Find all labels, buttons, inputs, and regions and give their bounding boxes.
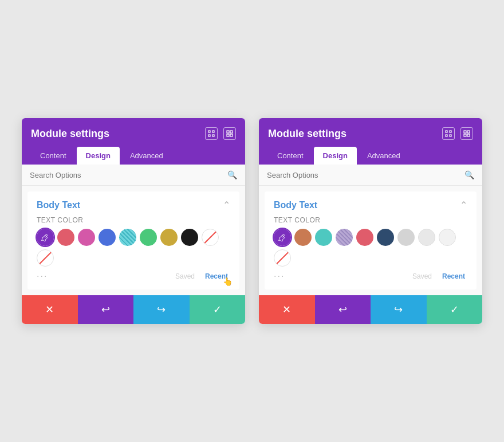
svg-rect-7 xyxy=(230,134,233,136)
right-swatch-teal[interactable] xyxy=(315,229,332,246)
right-panel-icons xyxy=(442,127,473,140)
left-panel-tabs: Content Design Advanced xyxy=(31,147,236,165)
right-swatch-orange[interactable] xyxy=(294,229,312,246)
left-confirm-button[interactable]: ✓ xyxy=(190,295,246,324)
left-swatch-active[interactable] xyxy=(37,229,54,246)
panels-container: Module settings xyxy=(5,101,499,341)
left-swatch-coral[interactable] xyxy=(57,229,74,246)
left-color-footer: ··· Saved Recent xyxy=(37,271,230,281)
left-search-bar: 🔍 xyxy=(22,165,245,186)
svg-rect-9 xyxy=(450,131,451,132)
right-swatch-coral[interactable] xyxy=(356,229,373,246)
right-swatch-lightgray[interactable] xyxy=(397,229,415,246)
right-confirm-button[interactable]: ✓ xyxy=(427,295,483,324)
right-panel: Module settings xyxy=(259,118,482,324)
svg-rect-6 xyxy=(227,134,229,136)
left-footer-saved[interactable]: Saved xyxy=(173,271,197,281)
left-collapse-icon[interactable]: ⌃ xyxy=(223,200,230,210)
svg-rect-3 xyxy=(212,135,214,136)
right-color-swatches xyxy=(274,229,467,267)
right-swatch-none[interactable] xyxy=(274,249,291,267)
right-collapse-icon[interactable]: ⌃ xyxy=(460,200,467,210)
left-panel-icons xyxy=(205,127,236,140)
left-swatch-blue[interactable] xyxy=(99,229,116,246)
right-panel-tabs: Content Design Advanced xyxy=(268,147,473,165)
right-section-title-row: Body Text ⌃ xyxy=(274,200,467,210)
left-body-text-section: Body Text ⌃ Text Color xyxy=(27,191,239,290)
right-tab-advanced[interactable]: Advanced xyxy=(358,147,410,165)
right-footer-recent[interactable]: Recent xyxy=(440,271,467,281)
svg-rect-0 xyxy=(208,131,210,132)
right-panel-footer: ✕ ↩ ↪ ✓ xyxy=(259,295,482,324)
right-panel-header: Module settings xyxy=(259,118,482,165)
svg-rect-10 xyxy=(446,135,447,136)
left-focus-icon[interactable] xyxy=(205,127,218,140)
right-search-bar: 🔍 xyxy=(259,165,482,186)
right-footer-tabs: Saved Recent xyxy=(410,271,467,281)
left-search-input[interactable] xyxy=(30,171,223,179)
right-tab-content[interactable]: Content xyxy=(268,147,313,165)
svg-rect-11 xyxy=(450,135,451,136)
left-swatch-teal[interactable] xyxy=(119,229,136,246)
left-panel-footer: ✕ ↩ ↪ ✓ xyxy=(22,295,245,324)
right-search-icon: 🔍 xyxy=(464,170,474,179)
right-swatch-navy[interactable] xyxy=(377,229,394,246)
left-color-label: Text Color xyxy=(37,216,230,224)
left-swatch-white[interactable] xyxy=(202,229,219,246)
left-footer-recent[interactable]: Recent xyxy=(203,271,230,281)
svg-rect-15 xyxy=(467,134,470,136)
svg-rect-2 xyxy=(208,135,210,136)
right-dots-menu[interactable]: ··· xyxy=(274,271,285,281)
right-color-footer: ··· Saved Recent xyxy=(274,271,467,281)
right-panel-body: 🔍 Body Text ⌃ Text Color xyxy=(259,165,482,295)
left-redo-button[interactable]: ↪ xyxy=(133,295,190,324)
svg-rect-1 xyxy=(212,131,214,132)
left-panel-title: Module settings xyxy=(31,128,109,140)
left-section-title: Body Text xyxy=(37,200,80,210)
right-cancel-button[interactable]: ✕ xyxy=(259,295,315,324)
right-swatch-active[interactable] xyxy=(274,229,291,246)
svg-rect-5 xyxy=(230,131,233,133)
left-title-row: Module settings xyxy=(31,127,236,140)
right-footer-saved[interactable]: Saved xyxy=(410,271,434,281)
right-focus-icon[interactable] xyxy=(442,127,455,140)
left-tab-design[interactable]: Design xyxy=(77,147,120,165)
right-swatch-lavender[interactable] xyxy=(336,229,353,246)
left-panel: Module settings xyxy=(22,118,245,324)
right-section-title: Body Text xyxy=(274,200,317,210)
right-body-text-section: Body Text ⌃ Text Color xyxy=(265,191,477,290)
left-grid-icon[interactable] xyxy=(223,127,236,140)
svg-rect-8 xyxy=(446,131,447,132)
left-swatch-green[interactable] xyxy=(140,229,157,246)
left-cancel-button[interactable]: ✕ xyxy=(22,295,78,324)
left-undo-button[interactable]: ↩ xyxy=(78,295,134,324)
left-panel-body: 🔍 Body Text ⌃ Text Color xyxy=(22,165,245,295)
left-tab-advanced[interactable]: Advanced xyxy=(121,147,172,165)
right-title-row: Module settings xyxy=(268,127,473,140)
left-panel-header: Module settings xyxy=(22,118,245,165)
left-swatch-black[interactable] xyxy=(181,229,198,246)
right-redo-button[interactable]: ↪ xyxy=(371,295,427,324)
right-search-input[interactable] xyxy=(267,171,460,179)
left-swatch-pink[interactable] xyxy=(78,229,95,246)
right-tab-design[interactable]: Design xyxy=(314,147,357,165)
left-swatch-gold[interactable] xyxy=(160,229,178,246)
right-panel-title: Module settings xyxy=(268,128,346,140)
left-swatch-none[interactable] xyxy=(37,249,54,267)
svg-rect-13 xyxy=(467,131,470,133)
left-search-icon: 🔍 xyxy=(227,170,237,179)
right-color-label: Text Color xyxy=(274,216,467,224)
left-color-swatches xyxy=(37,229,230,267)
right-swatch-lightergray[interactable] xyxy=(418,229,435,246)
svg-rect-4 xyxy=(227,131,229,133)
svg-rect-12 xyxy=(464,131,466,133)
svg-rect-14 xyxy=(464,134,466,136)
left-dots-menu[interactable]: ··· xyxy=(37,271,48,281)
right-grid-icon[interactable] xyxy=(460,127,473,140)
left-footer-tabs: Saved Recent xyxy=(173,271,230,281)
left-tab-content[interactable]: Content xyxy=(31,147,76,165)
right-undo-button[interactable]: ↩ xyxy=(315,295,371,324)
left-section-title-row: Body Text ⌃ xyxy=(37,200,230,210)
right-swatch-nearwhite[interactable] xyxy=(439,229,456,246)
